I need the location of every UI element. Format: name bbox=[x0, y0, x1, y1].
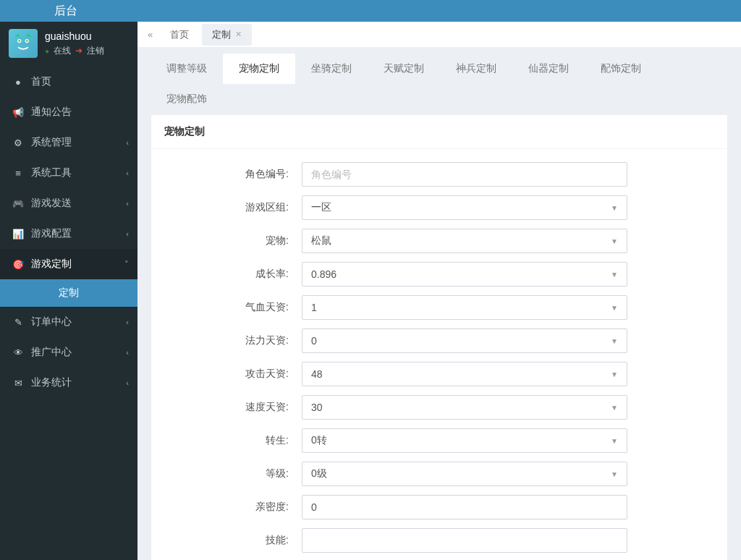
sidebar-item-label: 游戏定制 bbox=[31, 258, 72, 271]
reborn-select[interactable]: 0转 ▼ bbox=[302, 428, 627, 453]
mp-talent-select[interactable]: 0 ▼ bbox=[302, 328, 627, 353]
reborn-label: 转生: bbox=[164, 434, 302, 447]
mp-talent-label: 法力天资: bbox=[164, 334, 302, 347]
sidebar-item-2[interactable]: ⚙系统管理‹ bbox=[0, 127, 137, 158]
sidebar-item-1[interactable]: 📢通知公告 bbox=[0, 97, 137, 127]
sidebar-item-label: 游戏配置 bbox=[31, 227, 72, 240]
logout-link[interactable]: 注销 bbox=[87, 45, 104, 57]
sidebar-item-label: 通知公告 bbox=[31, 106, 72, 119]
online-dot-icon: ● bbox=[45, 47, 49, 55]
sidebar: 后台 guaishuou ● 在线 ➜ 注销 ●首页📢通知公告⚙系统管理‹≡系统… bbox=[0, 0, 137, 560]
sub-tab[interactable]: 宠物配饰 bbox=[151, 84, 223, 114]
sidebar-item-6[interactable]: 🎯游戏定制˅ bbox=[0, 249, 137, 279]
hp-talent-label: 气血天资: bbox=[164, 301, 302, 314]
level-select[interactable]: 0级 ▼ bbox=[302, 462, 627, 486]
sidebar-item-label: 系统工具 bbox=[31, 166, 72, 179]
panel-body: 角色编号: 游戏区组: 一区 ▼ bbox=[151, 149, 727, 560]
hp-talent-value: 1 bbox=[311, 302, 317, 313]
zone-label: 游戏区组: bbox=[164, 201, 302, 214]
nav-icon: ✉ bbox=[11, 378, 25, 389]
chevron-down-icon: ▼ bbox=[611, 470, 618, 478]
breadcrumb-tabs: « 首页定制✕ bbox=[137, 22, 741, 48]
tabs-back-button[interactable]: « bbox=[143, 29, 157, 40]
hp-talent-select[interactable]: 1 ▼ bbox=[302, 295, 627, 320]
chevron-down-icon: ▼ bbox=[611, 304, 618, 312]
sidebar-item-5[interactable]: 📊游戏配置‹ bbox=[0, 219, 137, 249]
growth-value: 0.896 bbox=[311, 268, 336, 280]
user-panel: guaishuou ● 在线 ➜ 注销 bbox=[0, 22, 137, 67]
chevron-left-icon: ‹ bbox=[126, 229, 129, 238]
chevron-left-icon: ‹ bbox=[126, 318, 129, 326]
sub-tab[interactable]: 坐骑定制 bbox=[295, 54, 368, 84]
sidebar-item-label: 游戏发送 bbox=[31, 197, 72, 210]
growth-select[interactable]: 0.896 ▼ bbox=[302, 262, 627, 287]
sub-tab[interactable]: 宠物定制 bbox=[223, 54, 295, 84]
growth-label: 成长率: bbox=[164, 268, 302, 281]
topbar bbox=[137, 0, 741, 22]
pet-value: 松鼠 bbox=[311, 234, 331, 247]
main: « 首页定制✕ 调整等级宠物定制坐骑定制天赋定制神兵定制仙器定制配饰定制宠物配饰… bbox=[137, 0, 741, 560]
chevron-left-icon: ‹ bbox=[126, 378, 129, 387]
svg-point-3 bbox=[26, 40, 28, 42]
crumb-tab-label: 首页 bbox=[170, 28, 189, 41]
chevron-down-icon: ▼ bbox=[611, 337, 618, 345]
sub-tabs: 调整等级宠物定制坐骑定制天赋定制神兵定制仙器定制配饰定制宠物配饰 bbox=[151, 54, 728, 114]
sidebar-item-9[interactable]: ✉业务统计‹ bbox=[0, 368, 137, 398]
nav-icon: ✎ bbox=[11, 317, 25, 328]
sidebar-item-8[interactable]: 👁推广中心‹ bbox=[0, 337, 137, 368]
chevron-left-icon: ‹ bbox=[126, 348, 129, 357]
sidebar-subitem[interactable]: 定制 bbox=[0, 279, 137, 307]
sidebar-header: 后台 bbox=[0, 0, 137, 22]
chevron-down-icon: ▼ bbox=[611, 271, 618, 279]
nav-icon: ● bbox=[11, 77, 25, 88]
nav-icon: 🎮 bbox=[11, 198, 25, 209]
chevron-left-icon: ‹ bbox=[126, 199, 129, 208]
role-id-label: 角色编号: bbox=[164, 168, 302, 181]
zone-select[interactable]: 一区 ▼ bbox=[302, 195, 627, 220]
pet-select[interactable]: 松鼠 ▼ bbox=[302, 229, 627, 253]
intimacy-label: 亲密度: bbox=[164, 501, 302, 514]
nav-icon: 👁 bbox=[11, 347, 25, 358]
role-id-input[interactable] bbox=[302, 162, 627, 187]
content-area: 调整等级宠物定制坐骑定制天赋定制神兵定制仙器定制配饰定制宠物配饰 宠物定制 角色… bbox=[137, 48, 741, 560]
sidebar-item-0[interactable]: ●首页 bbox=[0, 67, 137, 97]
sub-tab[interactable]: 仙器定制 bbox=[512, 54, 585, 84]
spd-talent-value: 30 bbox=[311, 402, 323, 413]
skill-input[interactable] bbox=[302, 528, 627, 553]
chevron-down-icon: ˅ bbox=[124, 260, 129, 269]
spd-talent-select[interactable]: 30 ▼ bbox=[302, 395, 627, 420]
skill-label: 技能: bbox=[164, 534, 302, 547]
online-label: 在线 bbox=[54, 45, 71, 57]
panel-title: 宠物定制 bbox=[151, 115, 727, 149]
pet-label: 宠物: bbox=[164, 234, 302, 247]
sidebar-item-label: 业务统计 bbox=[31, 376, 72, 389]
atk-talent-select[interactable]: 48 ▼ bbox=[302, 362, 627, 386]
close-icon[interactable]: ✕ bbox=[235, 30, 242, 39]
crumb-tab-label: 定制 bbox=[212, 28, 231, 41]
sub-tab[interactable]: 神兵定制 bbox=[440, 54, 512, 84]
chevron-down-icon: ▼ bbox=[611, 437, 618, 445]
nav-icon: ≡ bbox=[11, 168, 25, 179]
sidebar-item-3[interactable]: ≡系统工具‹ bbox=[0, 158, 137, 188]
chevron-down-icon: ▼ bbox=[611, 404, 618, 412]
sub-tab[interactable]: 配饰定制 bbox=[585, 54, 657, 84]
zone-value: 一区 bbox=[311, 201, 331, 214]
chevron-down-icon: ▼ bbox=[611, 237, 618, 245]
atk-talent-label: 攻击天资: bbox=[164, 368, 302, 381]
chevron-down-icon: ▼ bbox=[611, 370, 618, 378]
header-title: 后台 bbox=[54, 4, 77, 19]
intimacy-input[interactable] bbox=[302, 495, 627, 519]
crumb-tab[interactable]: 首页 bbox=[160, 24, 199, 46]
sidebar-nav: ●首页📢通知公告⚙系统管理‹≡系统工具‹🎮游戏发送‹📊游戏配置‹🎯游戏定制˅定制… bbox=[0, 67, 137, 398]
sidebar-item-label: 首页 bbox=[31, 75, 51, 88]
crumb-tab[interactable]: 定制✕ bbox=[202, 24, 252, 46]
sub-tab[interactable]: 调整等级 bbox=[151, 54, 223, 84]
nav-icon: 📢 bbox=[11, 107, 25, 118]
sidebar-item-4[interactable]: 🎮游戏发送‹ bbox=[0, 188, 137, 219]
chevron-down-icon: ▼ bbox=[611, 204, 618, 212]
mp-talent-value: 0 bbox=[311, 335, 317, 347]
sidebar-item-7[interactable]: ✎订单中心‹ bbox=[0, 307, 137, 337]
sub-tab[interactable]: 天赋定制 bbox=[368, 54, 440, 84]
user-name: guaishuou bbox=[45, 30, 104, 42]
sidebar-item-label: 订单中心 bbox=[31, 315, 72, 328]
